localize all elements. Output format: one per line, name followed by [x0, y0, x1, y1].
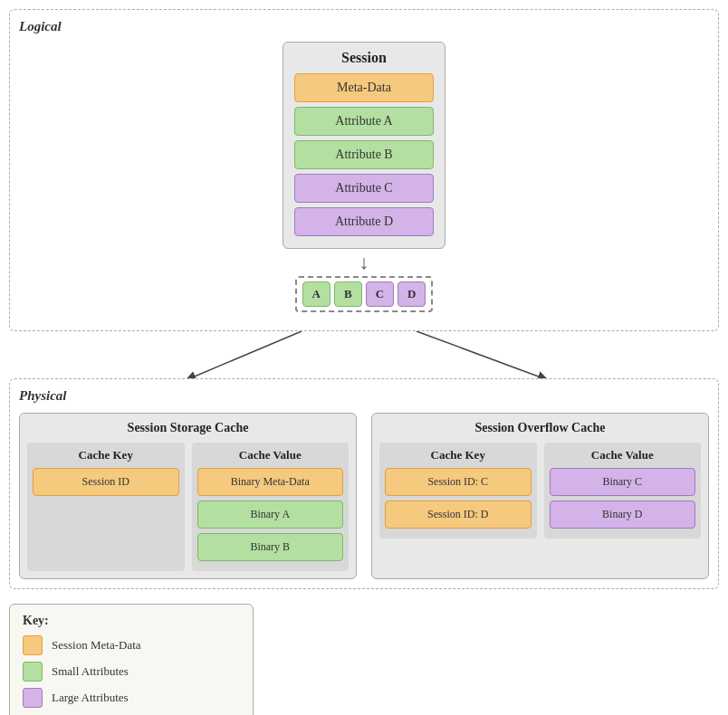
overflow-session-id-c: Session ID: C — [385, 468, 532, 496]
storage-cache-columns: Cache Key Session ID Cache Value Binary … — [27, 443, 349, 571]
svg-line-0 — [190, 331, 302, 378]
attr-d: Attribute D — [294, 207, 434, 236]
logical-section: Logical Session Meta-Data Attribute A At… — [9, 9, 719, 331]
storage-cache-box: Session Storage Cache Cache Key Session … — [19, 413, 357, 579]
session-box: Session Meta-Data Attribute A Attribute … — [283, 42, 445, 249]
physical-section: Physical Session Storage Cache Cache Key… — [9, 378, 719, 589]
connector-arrows — [9, 331, 719, 378]
overflow-binary-d: Binary D — [550, 500, 696, 529]
attr-c: Attribute C — [294, 174, 434, 203]
logical-label: Logical — [19, 19, 709, 34]
storage-value-col-title: Cache Value — [197, 448, 344, 462]
overflow-key-col-title: Cache Key — [385, 448, 532, 462]
key-swatch-purple — [23, 688, 43, 708]
storage-session-id: Session ID — [33, 468, 179, 496]
storage-key-col: Cache Key Session ID — [27, 443, 185, 571]
overflow-session-id-d: Session ID: D — [385, 500, 532, 529]
overflow-value-col-title: Cache Value — [550, 448, 696, 462]
storage-binary-meta: Binary Meta-Data — [197, 468, 344, 496]
key-label-metadata: Session Meta-Data — [52, 638, 141, 653]
key-swatch-orange — [23, 635, 43, 655]
attr-b: Attribute B — [294, 140, 434, 169]
overflow-value-col: Cache Value Binary C Binary D — [544, 443, 702, 539]
attr-metadata: Meta-Data — [294, 73, 434, 102]
threshold-wrapper: A B C D — [19, 276, 709, 312]
overflow-cache-box: Session Overflow Cache Cache Key Session… — [371, 413, 709, 579]
overflow-cache-title: Session Overflow Cache — [379, 421, 701, 435]
threshold-box: A B C D — [295, 276, 434, 312]
overflow-cache-columns: Cache Key Session ID: C Session ID: D Ca… — [379, 443, 701, 539]
key-item-small: Small Attributes — [23, 662, 240, 682]
key-title: Key: — [23, 614, 240, 628]
key-label-large: Large Attributes — [52, 691, 129, 705]
session-box-wrapper: Session Meta-Data Attribute A Attribute … — [19, 42, 709, 249]
storage-cache-title: Session Storage Cache — [27, 421, 349, 435]
storage-binary-b: Binary B — [197, 533, 344, 561]
threshold-cell-d: D — [398, 281, 426, 307]
threshold-cell-a: A — [302, 281, 330, 307]
storage-binary-a: Binary A — [197, 500, 344, 529]
diagram-container: Logical Session Meta-Data Attribute A At… — [9, 9, 719, 715]
threshold-cell-b: B — [334, 281, 362, 307]
key-swatch-green — [23, 662, 43, 682]
key-item-metadata: Session Meta-Data — [23, 635, 240, 655]
key-item-large: Large Attributes — [23, 688, 240, 708]
storage-key-col-title: Cache Key — [33, 448, 179, 462]
attr-a: Attribute A — [294, 107, 434, 136]
physical-label: Physical — [19, 388, 709, 404]
overflow-key-col: Cache Key Session ID: C Session ID: D — [379, 443, 537, 539]
session-title: Session — [294, 50, 434, 66]
threshold-cell-c: C — [366, 281, 394, 307]
storage-value-col: Cache Value Binary Meta-Data Binary A Bi… — [192, 443, 350, 571]
caches-row: Session Storage Cache Cache Key Session … — [19, 413, 709, 579]
overflow-binary-c: Binary C — [550, 468, 696, 496]
connector-svg — [9, 331, 719, 378]
key-label-small: Small Attributes — [52, 664, 129, 679]
key-section: Key: Session Meta-Data Small Attributes … — [9, 604, 254, 715]
arrow-session-to-threshold: ↓ — [19, 249, 709, 276]
svg-line-1 — [417, 331, 543, 378]
